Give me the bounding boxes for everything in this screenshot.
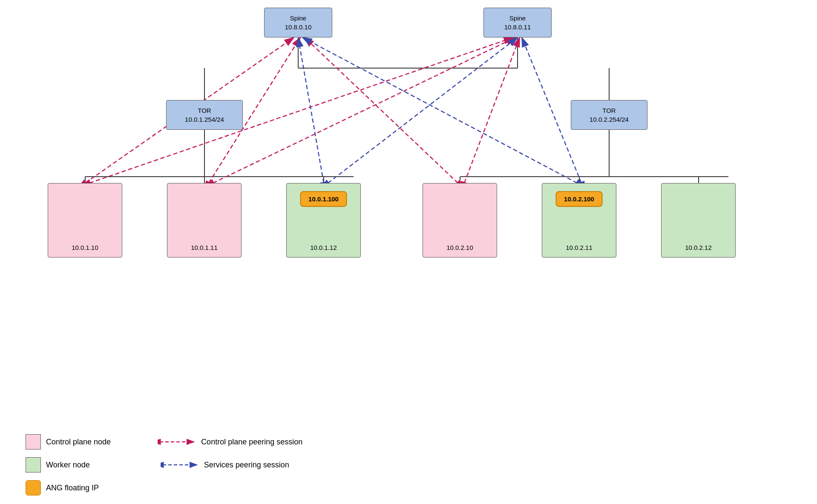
spine1-label: Spine (285, 14, 312, 23)
worker2-floating-ip: 10.0.2.100 (555, 191, 603, 207)
legend-cp-peering-label: Control plane peering session (201, 438, 302, 447)
legend-control-plane: Control plane node (26, 434, 111, 450)
legend-floating-ip: ANG floating IP (26, 480, 99, 495)
legend-svc-peering-icon (161, 461, 199, 469)
tor1-node: TOR 10.0.1.254/24 (166, 100, 243, 130)
worker3-node: 10.0.2.12 (661, 183, 736, 258)
legend-control-label: Control plane node (46, 438, 111, 447)
tor2-ip: 10.0.2.254/24 (590, 115, 629, 124)
svg-line-27 (302, 37, 577, 183)
legend-svc-peering: Services peering session (161, 461, 289, 470)
legend-row-3: ANG floating IP (26, 480, 302, 495)
cp3-ip: 10.0.2.10 (423, 243, 497, 252)
spine2-node: Spine 10.8.0.11 (483, 8, 552, 37)
cp1-ip: 10.0.1.10 (48, 243, 122, 252)
svg-line-21 (305, 37, 458, 183)
svg-line-23 (213, 37, 515, 183)
legend-control-box (26, 434, 41, 450)
legend-cp-peering-icon (158, 438, 196, 446)
spine1-ip: 10.8.0.10 (285, 23, 312, 32)
worker2-ip: 10.0.2.11 (542, 243, 616, 252)
legend-worker-box (26, 457, 41, 472)
legend: Control plane node Control plane peering… (26, 434, 302, 495)
spine1-node: Spine 10.8.0.10 (264, 8, 332, 37)
worker1-node: 10.0.1.100 10.0.1.12 (286, 183, 361, 258)
spine2-ip: 10.8.0.11 (504, 23, 531, 32)
diagram-container: Spine 10.8.0.10 Spine 10.8.0.11 TOR 10.0… (0, 0, 817, 504)
svg-line-25 (298, 37, 324, 183)
cp3-node: 10.0.2.10 (423, 183, 497, 258)
cp2-node: 10.0.1.11 (167, 183, 242, 258)
worker1-floating-ip: 10.0.1.100 (300, 191, 347, 207)
worker1-ip: 10.0.1.12 (287, 243, 360, 252)
legend-svc-peering-label: Services peering session (204, 461, 289, 470)
legend-floating-label: ANG floating IP (46, 484, 99, 493)
svg-line-26 (328, 37, 518, 183)
worker3-ip: 10.0.2.12 (662, 243, 735, 252)
tor1-ip: 10.0.1.254/24 (185, 115, 224, 124)
legend-cp-peering: Control plane peering session (158, 438, 302, 447)
worker2-node: 10.0.2.100 10.0.2.11 (542, 183, 616, 258)
tor1-label: TOR (185, 106, 224, 115)
legend-floating-box (26, 480, 41, 495)
legend-worker-label: Worker node (46, 461, 90, 470)
tor2-node: TOR 10.0.2.254/24 (571, 100, 647, 130)
svg-line-22 (89, 37, 513, 183)
tor2-label: TOR (590, 106, 629, 115)
spine2-label: Spine (504, 14, 531, 23)
svg-line-24 (464, 37, 520, 183)
legend-worker: Worker node (26, 457, 90, 472)
cp2-ip: 10.0.1.11 (167, 243, 241, 252)
legend-row-2: Worker node Services peering session (26, 457, 302, 472)
legend-row-1: Control plane node Control plane peering… (26, 434, 302, 450)
cp1-node: 10.0.1.10 (48, 183, 122, 258)
